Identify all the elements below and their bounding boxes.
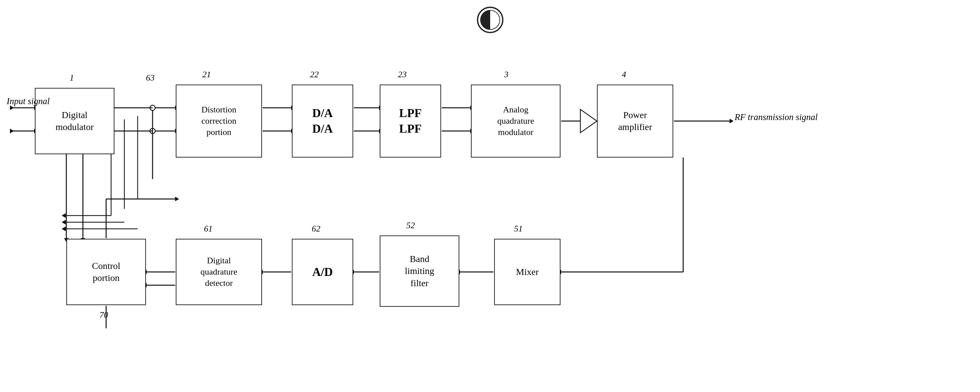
digital-modulator-label: Digitalmodulator bbox=[56, 109, 94, 133]
patent-stamp bbox=[477, 6, 503, 33]
ref-23: 23 bbox=[398, 70, 407, 80]
svg-marker-46 bbox=[175, 197, 179, 201]
mixer-label: Mixer bbox=[516, 266, 539, 278]
svg-marker-5 bbox=[10, 129, 14, 133]
svg-marker-62 bbox=[62, 226, 66, 231]
ref-51: 51 bbox=[514, 224, 523, 234]
input-signal-label: Input signal bbox=[6, 96, 50, 107]
svg-point-9 bbox=[150, 128, 155, 134]
da-converter-block: D/AD/A bbox=[292, 84, 353, 158]
ad-converter-block: A/D bbox=[292, 239, 353, 305]
blf-label: Bandlimitingfilter bbox=[405, 253, 434, 289]
ref-70: 70 bbox=[100, 310, 108, 320]
ref-21: 21 bbox=[202, 70, 211, 80]
ref-22: 22 bbox=[310, 70, 319, 80]
ref-63: 63 bbox=[146, 73, 154, 83]
lpf-label: LPFLPF bbox=[399, 105, 422, 137]
control-portion-label: Controlportion bbox=[92, 260, 120, 284]
power-amp-label: Poweramplifier bbox=[618, 109, 652, 133]
lpf-block: LPFLPF bbox=[380, 84, 441, 158]
ref-62: 62 bbox=[312, 224, 320, 234]
svg-marker-27 bbox=[581, 110, 597, 133]
mixer-block: Mixer bbox=[494, 239, 560, 305]
stamp-inner bbox=[480, 10, 500, 30]
analog-quad-label: Analogquadraturemodulator bbox=[497, 104, 534, 138]
rf-transmission-label: RF transmission signal bbox=[735, 112, 818, 123]
power-amplifier-block: Poweramplifier bbox=[597, 84, 673, 158]
svg-point-8 bbox=[150, 105, 155, 110]
diagram-container: Digitalmodulator 1 63 Distortioncorrecti… bbox=[0, 0, 980, 392]
distortion-correction-block: Distortioncorrectionportion bbox=[176, 84, 262, 158]
ref-52: 52 bbox=[406, 220, 415, 231]
ref-4: 4 bbox=[622, 70, 626, 80]
band-limiting-filter-block: Bandlimitingfilter bbox=[380, 236, 459, 307]
ad-label: A/D bbox=[312, 265, 333, 280]
svg-marker-60 bbox=[62, 220, 66, 225]
ref-1: 1 bbox=[70, 73, 74, 83]
control-portion-block: Controlportion bbox=[66, 239, 146, 305]
da-label: D/AD/A bbox=[312, 105, 333, 137]
svg-marker-30 bbox=[730, 119, 733, 123]
dqd-label: Digitalquadraturedetector bbox=[200, 255, 237, 288]
digital-quadrature-detector-block: Digitalquadraturedetector bbox=[176, 239, 262, 305]
analog-quadrature-modulator-block: Analogquadraturemodulator bbox=[471, 84, 560, 158]
distortion-correction-label: Distortioncorrectionportion bbox=[201, 104, 236, 138]
svg-marker-58 bbox=[62, 213, 66, 218]
ref-61: 61 bbox=[204, 224, 213, 234]
wiring-svg bbox=[0, 0, 980, 392]
ref-3: 3 bbox=[504, 70, 508, 80]
